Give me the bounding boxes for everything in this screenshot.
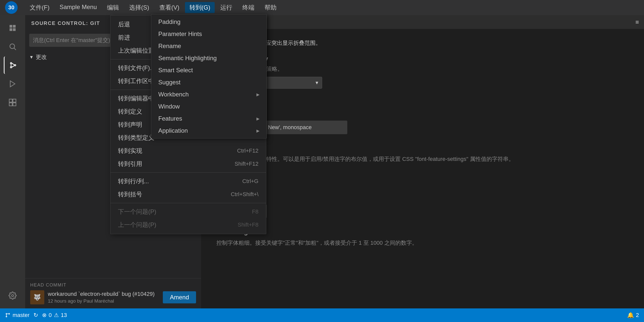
svg-marker-12 [10, 81, 15, 87]
app-logo: 30 [5, 1, 18, 14]
submenu-rename[interactable]: Rename [151, 40, 267, 52]
statusbar: master ↻ ⊗ 0 ⚠ 13 🔔 2 [0, 308, 644, 322]
main-layout: SOURCE CONTROL: GIT ··· ▼ 更改 HEAD COMMIT… [0, 15, 644, 308]
settings-submenu: Padding Parameter Hints Rename Semantic … [151, 14, 267, 138]
warning-count: 13 [61, 312, 67, 318]
menu-run[interactable]: 运行 [216, 2, 237, 13]
svg-point-7 [10, 66, 12, 68]
font-weight-section: Font Weight 控制字体粗细。接受关键字"正常"和"加粗"，或者接受介于… [216, 228, 629, 247]
submenu-application[interactable]: Application [151, 125, 267, 137]
svg-rect-14 [13, 99, 16, 102]
sidebar-bottom: HEAD COMMIT 🐺 workaround `electron-rebui… [25, 278, 201, 308]
font-weight-desc: 控制字体粗细。接受关键字"正常"和"加粗"，或者接受介于 1 至 1000 之间… [216, 238, 629, 247]
titlebar-menu: 文件(F) Sample Menu 编辑 选择(S) 查看(V) 转到(G) 运… [25, 2, 281, 13]
svg-point-8 [14, 64, 16, 66]
status-errors[interactable]: ⊗ 0 ⚠ 13 [42, 312, 67, 318]
menu-edit[interactable]: 编辑 [102, 2, 124, 13]
svg-rect-16 [9, 103, 12, 106]
activity-icon-extensions[interactable] [4, 94, 21, 111]
menu-goto[interactable]: 转到(G) [185, 2, 215, 13]
menu-select[interactable]: 选择(S) [125, 2, 154, 13]
goto-menu-section-5: 下一个问题(P) F8 上一个问题(P) Shift+F8 [110, 204, 266, 232]
goto-menu-section-4: 转到行/列... Ctrl+G 转到括号 Ctrl+Shift+\ [110, 174, 266, 202]
svg-point-19 [6, 316, 7, 317]
submenu-padding[interactable]: Padding [151, 16, 267, 28]
error-icon: ⊗ [42, 312, 47, 318]
submenu-semantic-highlighting[interactable]: Semantic Highlighting [151, 52, 267, 64]
font-family-section: Font Family 控制字体系列。 Consolas, 'Courier N… [216, 99, 629, 134]
folding-strategy-section: Folding Strategy 控制计算折叠范围的策略。 auto inden… [216, 55, 629, 89]
svg-rect-0 [10, 25, 12, 28]
submenu-workbench[interactable]: Workbench [151, 88, 267, 100]
svg-rect-15 [13, 103, 16, 106]
svg-point-17 [12, 295, 14, 297]
commit-info: 🐺 workaround `electron-rebuild` bug (#10… [30, 290, 196, 304]
goto-line[interactable]: 转到行/列... Ctrl+G [110, 175, 266, 188]
goto-references[interactable]: 转到引用 Shift+F12 [110, 157, 266, 170]
submenu-features[interactable]: Features [151, 113, 267, 125]
submenu-suggest[interactable]: Suggest [151, 76, 267, 88]
goto-bracket[interactable]: 转到括号 Ctrl+Shift+\ [110, 188, 266, 201]
font-size-title: Font Size [216, 183, 629, 190]
editor-toolbar: ≡ [201, 15, 644, 29]
titlebar: 30 文件(F) Sample Menu 编辑 选择(S) 查看(V) 转到(G… [0, 0, 644, 15]
font-size-desc: 控制字体大小(像素)。 [216, 193, 629, 200]
commit-text: workaround `electron-rebuild` bug (#1042… [48, 291, 159, 304]
commit-avatar: 🐺 [30, 290, 44, 304]
status-notifications[interactable]: 🔔 2 [627, 312, 639, 318]
svg-point-4 [10, 44, 15, 49]
notification-icon: 🔔 [627, 312, 634, 318]
branch-name: master [13, 312, 29, 318]
svg-rect-2 [10, 28, 12, 31]
svg-point-6 [10, 62, 12, 64]
font-ligatures-desc: 配置字体连字或字体特性。可以是用于启用/禁用连字的布尔值，或用于设置 CSS "… [216, 155, 629, 163]
font-family-desc: 控制字体系列。 [216, 109, 629, 117]
folding-highlight-row: ✓ 控制编辑器是否应突出显示折叠范围。 [216, 39, 629, 47]
head-commit-label: HEAD COMMIT [30, 282, 196, 288]
svg-point-18 [6, 313, 7, 314]
submenu-parameter-hints[interactable]: Parameter Hints [151, 28, 267, 40]
commit-message: workaround `electron-rebuild` bug (#1042… [48, 291, 159, 297]
menu-terminal[interactable]: 终端 [238, 2, 259, 13]
activity-bar [0, 15, 25, 308]
menu-sample[interactable]: Sample Menu [55, 2, 101, 13]
activity-icon-explorer[interactable] [4, 19, 21, 37]
folding-strategy-title: Folding Strategy [216, 55, 629, 63]
font-size-section: Font Size 控制字体大小(像素)。 14 [216, 183, 629, 218]
status-branch[interactable]: master [5, 312, 29, 318]
menu-help[interactable]: 帮助 [260, 2, 281, 13]
changes-label: 更改 [36, 53, 47, 61]
warning-icon: ⚠ [54, 312, 59, 318]
menu-file[interactable]: 文件(F) [25, 2, 54, 13]
notification-count: 2 [636, 312, 639, 318]
goto-prev-problem: 上一个问题(P) Shift+F8 [110, 218, 266, 231]
error-count: 0 [49, 312, 52, 318]
svg-rect-3 [13, 28, 16, 31]
menu-view[interactable]: 查看(V) [155, 2, 184, 13]
editor-area: ≡ ✓ 控制编辑器是否应突出显示折叠范围。 Folding Strategy 控… [201, 15, 644, 308]
submenu-window[interactable]: Window [151, 100, 267, 113]
toolbar-more-icon[interactable]: ≡ [635, 19, 639, 26]
goto-separator-4 [110, 203, 266, 203]
status-left: master ↻ ⊗ 0 ⚠ 13 [5, 312, 67, 318]
commit-meta: 12 hours ago by Paul Maréchal [48, 298, 159, 304]
goto-separator-3 [110, 172, 266, 173]
activity-icon-settings[interactable] [4, 287, 21, 304]
status-sync[interactable]: ↻ [33, 312, 38, 318]
svg-line-10 [12, 63, 14, 65]
font-family-title: Font Family [216, 99, 629, 106]
activity-icon-source-control[interactable] [4, 56, 21, 74]
folding-strategy-desc: 控制计算折叠范围的策略。 [216, 65, 629, 73]
amend-button[interactable]: Amend [163, 291, 196, 303]
activity-icon-search[interactable] [4, 38, 21, 55]
svg-point-20 [9, 313, 10, 314]
font-ligatures-section: Font Ligatures 配置字体连字或字体特性。可以是用于启用/禁用连字的… [216, 144, 629, 172]
font-weight-title: Font Weight [216, 228, 629, 236]
activity-icon-run[interactable] [4, 75, 21, 93]
submenu-smart-select[interactable]: Smart Select [151, 64, 267, 76]
goto-next-problem: 下一个问题(P) F8 [110, 205, 266, 218]
settings-panel: ✓ 控制编辑器是否应突出显示折叠范围。 Folding Strategy 控制计… [201, 29, 644, 308]
goto-implementation[interactable]: 转到实现 Ctrl+F12 [110, 144, 266, 157]
font-ligatures-title: Font Ligatures [216, 144, 629, 152]
svg-line-11 [12, 65, 14, 67]
